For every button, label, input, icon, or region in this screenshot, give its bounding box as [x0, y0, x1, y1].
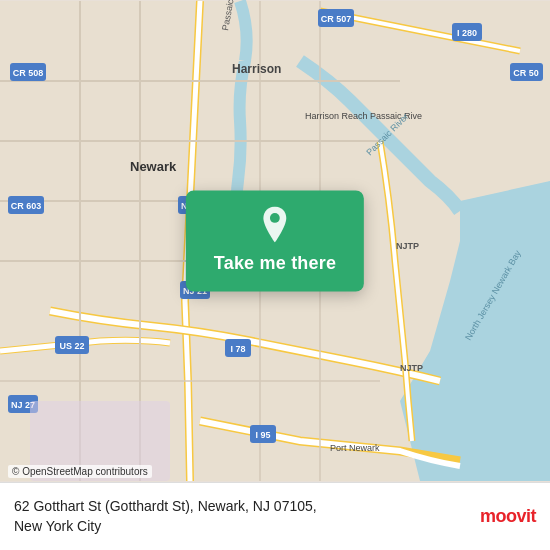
svg-text:US 22: US 22 [59, 341, 84, 351]
svg-text:Harrison: Harrison [232, 62, 281, 76]
svg-text:NJTP: NJTP [400, 363, 423, 373]
svg-text:I 280: I 280 [457, 28, 477, 38]
svg-text:CR 508: CR 508 [13, 68, 44, 78]
address-text: 62 Gotthart St (Gotthardt St), Newark, N… [14, 497, 468, 536]
action-panel: Take me there [186, 191, 364, 292]
map-container: CR 507 I 280 CR 508 CR 50 NJ 21 NJ 21 CR… [0, 0, 550, 482]
take-me-there-overlay: Take me there [186, 191, 364, 292]
svg-text:Port Newark: Port Newark [330, 443, 380, 453]
svg-text:CR 507: CR 507 [321, 14, 352, 24]
moovit-logo: moovit [480, 506, 536, 527]
take-me-there-button[interactable]: Take me there [214, 253, 336, 274]
info-bar: 62 Gotthart St (Gotthardt St), Newark, N… [0, 482, 550, 550]
svg-text:I 95: I 95 [255, 430, 270, 440]
osm-attribution: © OpenStreetMap contributors [8, 465, 152, 478]
app: CR 507 I 280 CR 508 CR 50 NJ 21 NJ 21 CR… [0, 0, 550, 550]
address-block: 62 Gotthart St (Gotthardt St), Newark, N… [14, 497, 468, 536]
svg-text:CR 50: CR 50 [513, 68, 539, 78]
svg-text:CR 603: CR 603 [11, 201, 42, 211]
moovit-logo-text: moovit [480, 506, 536, 527]
svg-text:Newark: Newark [130, 159, 177, 174]
svg-text:I 78: I 78 [230, 344, 245, 354]
location-pin-icon [257, 207, 293, 243]
svg-point-43 [270, 213, 280, 223]
svg-text:NJTP: NJTP [396, 241, 419, 251]
